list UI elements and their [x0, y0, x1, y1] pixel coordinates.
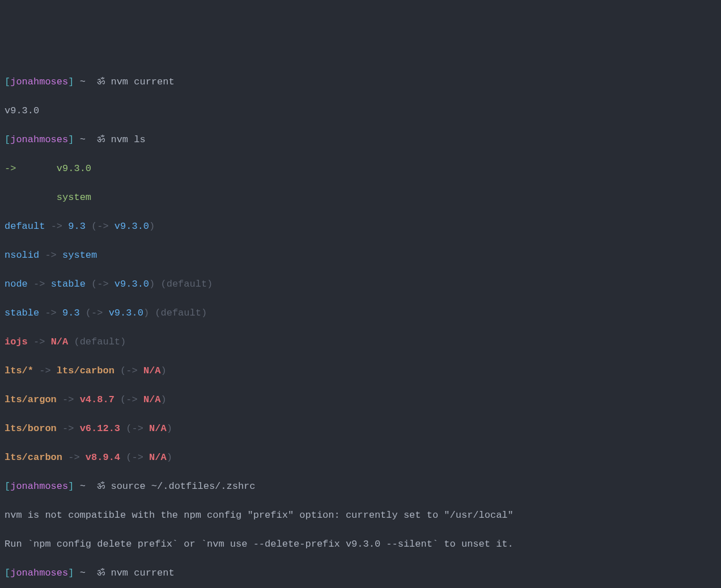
alias-node: node -> stable (-> v9.3.0) (default) — [5, 277, 716, 292]
alias-lts-star: lts/* -> lts/carbon (-> N/A) — [5, 364, 716, 378]
command-text: source ~/.dotfiles/.zshrc — [111, 481, 255, 492]
prompt-line-3: [jonahmoses] ~ ॐ source ~/.dotfiles/.zsh… — [5, 479, 716, 494]
ls-system-line: system — [5, 190, 716, 205]
ls-selected-line: -> v9.3.0 — [5, 161, 716, 176]
alias-iojs: iojs -> N/A (default) — [5, 335, 716, 350]
alias-default: default -> 9.3 (-> v9.3.0) — [5, 219, 716, 234]
terminal-output: [jonahmoses] ~ ॐ nvm current v9.3.0 [jon… — [5, 60, 716, 588]
prompt-line-2: [jonahmoses] ~ ॐ nvm ls — [5, 133, 716, 147]
prompt-line-1: [jonahmoses] ~ ॐ nvm current — [5, 75, 716, 90]
command-text: nvm current — [111, 568, 174, 578]
error-line-1: nvm is not compatible with the npm confi… — [5, 508, 716, 523]
command-text: nvm ls — [111, 134, 145, 145]
alias-lts-argon: lts/argon -> v4.8.7 (-> N/A) — [5, 393, 716, 407]
alias-lts-carbon: lts/carbon -> v8.9.4 (-> N/A) — [5, 450, 716, 465]
command-text: nvm current — [111, 76, 174, 87]
alias-stable: stable -> 9.3 (-> v9.3.0) (default) — [5, 306, 716, 321]
prompt-line-4: [jonahmoses] ~ ॐ nvm current — [5, 566, 716, 581]
error-line-2: Run `npm config delete prefix` or `nvm u… — [5, 537, 716, 552]
alias-nsolid: nsolid -> system — [5, 248, 716, 263]
alias-lts-boron: lts/boron -> v6.12.3 (-> N/A) — [5, 421, 716, 436]
output-version: v9.3.0 — [5, 104, 716, 118]
